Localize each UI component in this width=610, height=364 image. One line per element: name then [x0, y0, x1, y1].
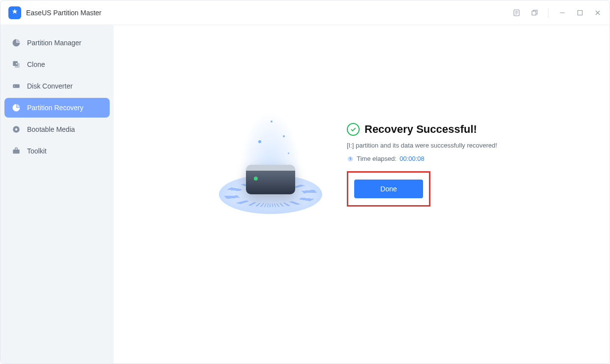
time-elapsed-label: Time elapsed: — [357, 155, 396, 162]
app-logo — [8, 6, 21, 19]
titlebar: EaseUS Partition Master — [0, 0, 610, 25]
sidebar-item-partition-recovery[interactable]: Partition Recovery — [4, 98, 110, 118]
close-icon[interactable] — [594, 9, 602, 17]
sidebar-item-label: Clone — [27, 61, 45, 68]
recovery-icon — [11, 103, 21, 113]
app-body: Partition Manager Clone Disk Converter P… — [0, 25, 610, 364]
media-icon — [11, 124, 21, 134]
svg-point-8 — [15, 128, 18, 131]
done-button[interactable]: Done — [354, 180, 423, 198]
time-elapsed-row: Time elapsed: 00:00:08 — [347, 155, 509, 162]
done-highlight: Done — [347, 171, 430, 207]
time-elapsed-value: 00:00:08 — [399, 155, 425, 162]
toolkit-icon — [11, 146, 21, 156]
minimize-icon[interactable] — [558, 9, 566, 17]
svg-point-6 — [14, 86, 15, 87]
app-window: EaseUS Partition Master — [0, 0, 610, 364]
result-heading-text: Recovery Successful! — [365, 123, 477, 136]
recovery-illustration — [214, 106, 327, 224]
svg-rect-1 — [532, 11, 536, 15]
sidebar-item-disk-converter[interactable]: Disk Converter — [4, 76, 110, 96]
disk-icon — [246, 165, 295, 194]
sidebar-item-partition-manager[interactable]: Partition Manager — [4, 33, 110, 53]
disk-icon — [11, 81, 21, 91]
star-icon — [11, 8, 18, 17]
result-layout: Recovery Successful! [I:] partition and … — [214, 106, 509, 224]
app-title: EaseUS Partition Master — [26, 9, 101, 17]
restore-down-icon[interactable] — [530, 9, 538, 17]
result-heading: Recovery Successful! — [347, 123, 509, 136]
check-circle-icon — [347, 123, 360, 136]
sidebar: Partition Manager Clone Disk Converter P… — [0, 25, 114, 364]
sidebar-item-clone[interactable]: Clone — [4, 55, 110, 74]
sidebar-item-label: Partition Manager — [27, 39, 82, 47]
sidebar-item-bootable-media[interactable]: Bootable Media — [4, 120, 110, 139]
sidebar-item-label: Toolkit — [27, 147, 47, 155]
clone-icon — [11, 60, 21, 69]
note-icon[interactable] — [513, 9, 520, 17]
result-panel: Recovery Successful! [I:] partition and … — [347, 123, 509, 207]
pie-icon — [11, 38, 21, 48]
clock-icon — [347, 155, 354, 162]
result-message: [I:] partition and its data were success… — [347, 142, 509, 149]
maximize-icon[interactable] — [576, 9, 584, 17]
svg-rect-2 — [578, 10, 582, 15]
sidebar-item-label: Partition Recovery — [27, 104, 83, 112]
sidebar-item-toolkit[interactable]: Toolkit — [4, 141, 110, 161]
sidebar-item-label: Disk Converter — [27, 82, 73, 90]
sidebar-item-label: Bootable Media — [27, 125, 75, 133]
separator — [548, 8, 549, 18]
svg-rect-9 — [13, 150, 20, 153]
svg-rect-5 — [13, 84, 20, 88]
window-controls — [513, 8, 602, 18]
main-panel: Recovery Successful! [I:] partition and … — [114, 25, 610, 364]
